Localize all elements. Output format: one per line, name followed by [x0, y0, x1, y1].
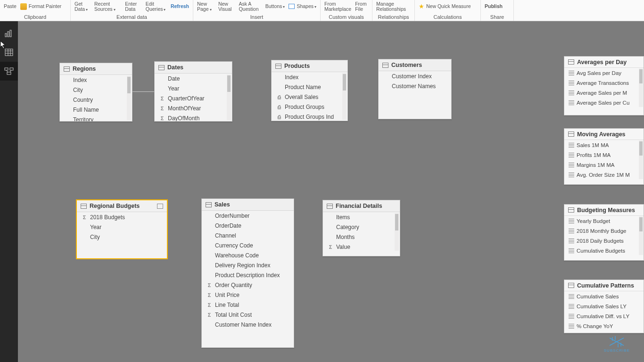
- new-visual-button[interactable]: New Visual: [218, 1, 235, 12]
- table-field[interactable]: Index: [272, 72, 347, 82]
- table-field[interactable]: Σ2018 Budgets: [77, 212, 167, 222]
- measure-field[interactable]: Avg. Order Size 1M M: [564, 170, 644, 180]
- scrollbar[interactable]: [227, 74, 231, 120]
- measure-field[interactable]: 2018 Daily Budgets: [564, 236, 644, 246]
- table-financial[interactable]: Financial DetailsItemsCategoryMonthsΣVal…: [322, 200, 400, 256]
- new-quick-measure-button[interactable]: ★New Quick Measure: [419, 3, 471, 10]
- table-field[interactable]: Customer Names: [379, 81, 451, 91]
- data-view-button[interactable]: [0, 43, 18, 62]
- table-field[interactable]: Delivery Region Index: [202, 260, 294, 270]
- measure-group[interactable]: Averages per DayAvg Sales per DayAverage…: [564, 56, 644, 115]
- measure-field[interactable]: Cumulative Budgets: [564, 246, 644, 255]
- model-view-button[interactable]: [0, 62, 18, 81]
- table-field[interactable]: Category: [323, 222, 400, 232]
- scrollbar[interactable]: [639, 216, 643, 255]
- table-field[interactable]: Warehouse Code: [202, 250, 294, 260]
- measure-group-header[interactable]: Moving Averages: [564, 129, 644, 140]
- table-field[interactable]: Country: [60, 95, 132, 105]
- table-dates[interactable]: DatesDateYearΣQuarterOfYearΣMonthOfYearΣ…: [154, 61, 232, 122]
- table-customers[interactable]: CustomersCustomer IndexCustomer Names: [378, 59, 452, 119]
- measure-field[interactable]: Margins 1M MA: [564, 160, 644, 170]
- model-canvas[interactable]: 1 * 1 * 1 * 1 * 1 * RegionsIndexCityCoun…: [18, 21, 644, 362]
- measure-group-header[interactable]: Averages per Day: [564, 57, 644, 68]
- table-field[interactable]: Months: [323, 232, 400, 242]
- measure-group[interactable]: Budgeting MeasuresYearly Budget2018 Mont…: [564, 204, 644, 261]
- table-field[interactable]: Customer Index: [379, 71, 451, 81]
- buttons-button[interactable]: Buttons▾: [265, 4, 285, 9]
- measure-field[interactable]: Cumulative Sales LY: [564, 301, 644, 311]
- table-field[interactable]: ΣTotal Unit Cost: [202, 310, 294, 320]
- table-field[interactable]: Territory: [60, 115, 132, 121]
- measure-field[interactable]: Average Transactions: [564, 78, 644, 88]
- measure-field[interactable]: 2018 Monthly Budge: [564, 226, 644, 236]
- table-field[interactable]: ΣDayOfMonth: [155, 113, 232, 121]
- table-header[interactable]: Dates: [155, 62, 232, 74]
- measure-field[interactable]: Cumulative Sales: [564, 291, 644, 301]
- table-header[interactable]: Sales: [202, 199, 294, 211]
- table-field[interactable]: Date: [155, 74, 232, 83]
- table-field[interactable]: Currency Code: [202, 240, 294, 250]
- table-field[interactable]: Year: [155, 83, 232, 93]
- measure-field[interactable]: Average Sales per M: [564, 88, 644, 98]
- measure-field[interactable]: Profits 1M MA: [564, 150, 644, 160]
- table-field[interactable]: ⎙Overall Sales: [272, 92, 347, 102]
- table-field[interactable]: Product Description Index: [202, 270, 294, 280]
- table-field[interactable]: ΣLine Total: [202, 300, 294, 310]
- scrollbar[interactable]: [342, 73, 347, 120]
- manage-relationships-button[interactable]: Manage Relationships: [376, 1, 411, 12]
- from-marketplace-button[interactable]: From Marketplace: [324, 1, 351, 12]
- table-field[interactable]: OrderDate: [202, 221, 294, 230]
- edit-queries-button[interactable]: Edit Queries▾: [146, 1, 167, 12]
- table-field[interactable]: Channel: [202, 230, 294, 240]
- table-options-icon[interactable]: [157, 204, 163, 209]
- table-field[interactable]: Full Name: [60, 105, 132, 115]
- format-painter-button[interactable]: Format Painter: [20, 3, 61, 10]
- table-regions[interactable]: RegionsIndexCityCountryFull NameTerritor…: [59, 63, 132, 122]
- measure-group-header[interactable]: Cumulative Patterns: [564, 280, 644, 291]
- from-file-button[interactable]: From File: [355, 1, 368, 12]
- measure-field[interactable]: Average Sales per Cu: [564, 98, 644, 107]
- table-header[interactable]: Financial Details: [323, 200, 400, 212]
- ask-question-button[interactable]: Ask A Question: [239, 1, 261, 12]
- table-header[interactable]: Regional Budgets: [77, 200, 167, 212]
- table-field[interactable]: City: [77, 232, 167, 242]
- table-field[interactable]: ΣValue: [323, 242, 400, 252]
- table-field[interactable]: Customer Name Index: [202, 320, 294, 329]
- table-header[interactable]: Customers: [379, 59, 451, 71]
- table-field[interactable]: Product Name: [272, 82, 347, 92]
- new-page-button[interactable]: New Page▾: [197, 1, 215, 12]
- report-view-button[interactable]: [0, 24, 18, 43]
- measure-field[interactable]: Yearly Budget: [564, 216, 644, 226]
- scrollbar[interactable]: [127, 76, 131, 120]
- scrollbar[interactable]: [639, 68, 643, 107]
- recent-sources-button[interactable]: Recent Sources▾: [94, 1, 121, 12]
- table-sales[interactable]: SalesOrderNumberOrderDateChannelCurrency…: [201, 198, 294, 348]
- measure-group[interactable]: Cumulative PatternsCumulative SalesCumul…: [564, 280, 644, 333]
- get-data-button[interactable]: Get Data▾: [74, 1, 91, 12]
- table-field[interactable]: Year: [77, 222, 167, 232]
- measure-group-header[interactable]: Budgeting Measures: [564, 205, 644, 216]
- measure-field[interactable]: % Change YoY: [564, 321, 644, 331]
- enter-data-button[interactable]: Enter Data: [125, 1, 142, 12]
- table-field[interactable]: ⎙Product Groups: [272, 102, 347, 112]
- table-field[interactable]: Items: [323, 212, 400, 222]
- shapes-button[interactable]: Shapes▾: [289, 4, 316, 9]
- paste-button[interactable]: Paste: [4, 4, 17, 9]
- table-field[interactable]: ΣQuarterOfYear: [155, 93, 232, 103]
- refresh-button[interactable]: Refresh: [171, 4, 189, 9]
- table-field[interactable]: ⎙Product Groups Ind: [272, 112, 347, 121]
- measure-field[interactable]: Cumulative Diff. vs LY: [564, 311, 644, 321]
- scrollbar[interactable]: [395, 213, 399, 251]
- scrollbar[interactable]: [639, 140, 643, 179]
- table-field[interactable]: City: [60, 85, 132, 95]
- measure-group[interactable]: Moving AveragesSales 1M MAProfits 1M MAM…: [564, 128, 644, 185]
- table-products[interactable]: ProductsIndexProduct Name⎙Overall Sales⎙…: [271, 60, 348, 121]
- table-field[interactable]: OrderNumber: [202, 211, 294, 221]
- table-header[interactable]: Regions: [60, 63, 132, 75]
- table-header[interactable]: Products: [272, 60, 347, 72]
- publish-button[interactable]: Publish: [485, 4, 503, 9]
- measure-field[interactable]: Sales 1M MA: [564, 140, 644, 150]
- measure-field[interactable]: Avg Sales per Day: [564, 68, 644, 78]
- table-regional_budgets[interactable]: Regional BudgetsΣ2018 BudgetsYearCity: [76, 199, 168, 259]
- table-field[interactable]: ΣOrder Quantity: [202, 280, 294, 290]
